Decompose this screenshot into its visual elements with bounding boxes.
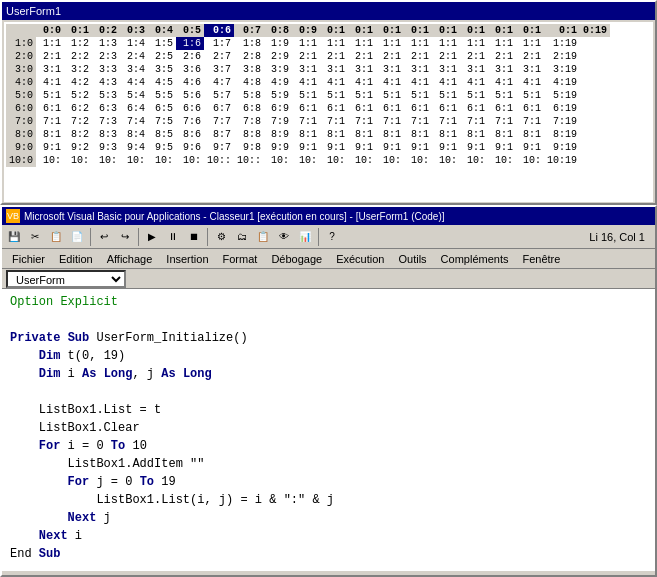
grid-cell: 9:1 [376, 141, 404, 154]
grid-cell: 4:9 [264, 76, 292, 89]
toolbar-copy-btn[interactable]: 📋 [46, 227, 66, 247]
grid-cell: 1:1 [488, 37, 516, 50]
menu-debogage[interactable]: Débogage [265, 252, 328, 266]
grid-cell: 6:1 [292, 102, 320, 115]
grid-cell: 2:4 [120, 50, 148, 63]
sep4 [318, 228, 319, 246]
menu-execution[interactable]: Exécution [330, 252, 390, 266]
userform-titlebar: UserForm1 [2, 2, 655, 20]
grid-cell: 4:1 [376, 76, 404, 89]
grid-row-header: 6:0 [6, 102, 36, 115]
toolbar-locals-btn[interactable]: 📊 [295, 227, 315, 247]
grid-row-header: 2:0 [6, 50, 36, 63]
grid-cell: 8:5 [148, 128, 176, 141]
line-indicator: Li 16, Col 1 [581, 231, 653, 243]
userform-title: UserForm1 [6, 5, 61, 17]
grid-cell: 1:1 [516, 37, 544, 50]
grid-cell: 10: [516, 154, 544, 167]
vba-window: VB Microsoft Visual Basic pour Applicati… [0, 205, 657, 577]
menu-format[interactable]: Format [217, 252, 264, 266]
grid-cell: 6:1 [320, 102, 348, 115]
code-header: UserForm [2, 269, 655, 289]
code-line: ListBox1.Clear [10, 419, 647, 437]
grid-cell: 9:1 [488, 141, 516, 154]
toolbar-run-btn[interactable]: ▶ [142, 227, 162, 247]
grid-cell: 9:2 [64, 141, 92, 154]
grid-cell: 5:8 [234, 89, 264, 102]
menu-insertion[interactable]: Insertion [160, 252, 214, 266]
toolbar-design-btn[interactable]: ⚙ [211, 227, 231, 247]
toolbar-cut-btn[interactable]: ✂ [25, 227, 45, 247]
grid-cell: 10:: [234, 154, 264, 167]
toolbar-help-btn[interactable]: ? [322, 227, 342, 247]
grid-cell: 4:1 [404, 76, 432, 89]
grid-cell: 3:8 [234, 63, 264, 76]
toolbar-watch-btn[interactable]: 👁 [274, 227, 294, 247]
grid-cell: 5:19 [544, 89, 580, 102]
grid-cell: 9:5 [148, 141, 176, 154]
grid-cell: 5:1 [516, 89, 544, 102]
grid-cell: 3:4 [120, 63, 148, 76]
menu-fenetre[interactable]: Fenêtre [516, 252, 566, 266]
grid-cell: 6:1 [36, 102, 64, 115]
grid-cell: 1:1 [404, 37, 432, 50]
toolbar-stop-btn[interactable]: ⏹ [184, 227, 204, 247]
grid-cell: 4:7 [204, 76, 234, 89]
grid-cell: 4:1 [36, 76, 64, 89]
grid-cell: 6:1 [348, 102, 376, 115]
grid-cell: 4:1 [488, 76, 516, 89]
grid-cell: 5:1 [488, 89, 516, 102]
userform-content: 0:0 0:1 0:2 0:3 0:4 0:5 0:6 0:7 0:8 0:9 … [4, 22, 653, 202]
toolbar-pause-btn[interactable]: ⏸ [163, 227, 183, 247]
menu-complements[interactable]: Compléments [435, 252, 515, 266]
grid-cell: 10: [264, 154, 292, 167]
code-container: UserForm Option Explicit Private Sub Use… [2, 269, 655, 571]
grid-cell: 7:1 [404, 115, 432, 128]
grid-cell: 1:3 [92, 37, 120, 50]
grid-cell: 3:1 [404, 63, 432, 76]
grid-cell: 7:1 [292, 115, 320, 128]
grid-cell: 5:3 [92, 89, 120, 102]
grid-row-header: 7:0 [6, 115, 36, 128]
grid-cell: 3:2 [64, 63, 92, 76]
code-line: ListBox1.AddItem "" [10, 455, 647, 473]
grid-cell: 4:1 [292, 76, 320, 89]
grid-corner [6, 24, 36, 37]
grid-cell: 1:1 [348, 37, 376, 50]
code-editor[interactable]: Option Explicit Private Sub UserForm_Ini… [2, 289, 655, 571]
module-dropdown[interactable]: UserForm [6, 270, 126, 288]
menu-edition[interactable]: Edition [53, 252, 99, 266]
code-line: ListBox1.List = t [10, 401, 647, 419]
toolbar-undo-btn[interactable]: ↩ [94, 227, 114, 247]
toolbar-props-btn[interactable]: 📋 [253, 227, 273, 247]
grid-cell: 1:1 [460, 37, 488, 50]
menu-fichier[interactable]: Fichier [6, 252, 51, 266]
grid-cell: 1:8 [234, 37, 264, 50]
menu-affichage[interactable]: Affichage [101, 252, 159, 266]
grid-cell: 9:8 [234, 141, 264, 154]
sep3 [207, 228, 208, 246]
menu-outils[interactable]: Outils [392, 252, 432, 266]
grid-cell: 6:1 [516, 102, 544, 115]
grid-cell: 10: [92, 154, 120, 167]
toolbar-explorer-btn[interactable]: 🗂 [232, 227, 252, 247]
grid-cell: 5:1 [348, 89, 376, 102]
grid-cell: 3:6 [176, 63, 204, 76]
grid-cell: 10:: [204, 154, 234, 167]
toolbar-save-btn[interactable]: 💾 [4, 227, 24, 247]
code-line: Private Sub UserForm_Initialize() [10, 329, 647, 347]
grid-cell: 6:1 [460, 102, 488, 115]
grid-cell: 3:9 [264, 63, 292, 76]
grid-cell: 7:1 [348, 115, 376, 128]
sep2 [138, 228, 139, 246]
toolbar-row1: 💾 ✂ 📋 📄 ↩ ↪ ▶ ⏸ ⏹ ⚙ 🗂 📋 👁 📊 ? Li 16, Col… [2, 225, 655, 249]
grid-cell: 2:19 [544, 50, 580, 63]
code-line: Dim i As Long, j As Long [10, 365, 647, 383]
grid-cell: 9:3 [92, 141, 120, 154]
grid-cell: 1:1 [376, 37, 404, 50]
code-line: End Sub [10, 545, 647, 563]
toolbar-paste-btn[interactable]: 📄 [67, 227, 87, 247]
grid-cell: 8:6 [176, 128, 204, 141]
grid-row-header: 3:0 [6, 63, 36, 76]
toolbar-redo-btn[interactable]: ↪ [115, 227, 135, 247]
